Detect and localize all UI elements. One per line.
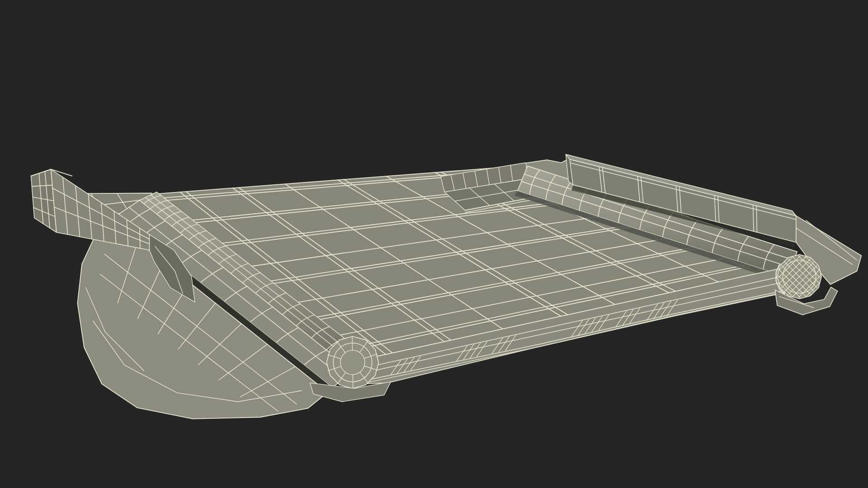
3d-viewport[interactable] (0, 0, 868, 488)
wireframe-model-render (0, 0, 868, 488)
